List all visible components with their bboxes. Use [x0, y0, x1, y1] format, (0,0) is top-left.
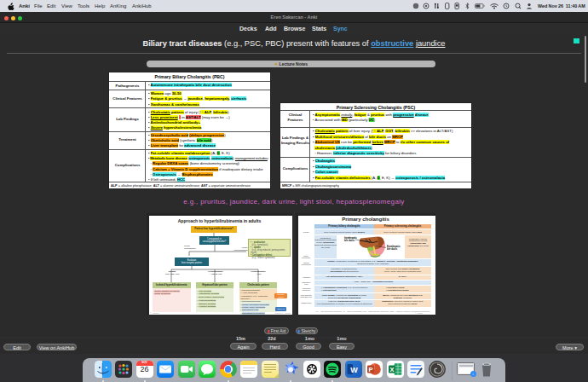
svg-text:P: P [368, 366, 372, 373]
svg-text:W: W [350, 366, 358, 374]
svg-text:X: X [389, 366, 394, 373]
svg-text:bile ducts: bile ducts [344, 239, 355, 242]
svg-text:bile ducts: bile ducts [387, 247, 398, 251]
